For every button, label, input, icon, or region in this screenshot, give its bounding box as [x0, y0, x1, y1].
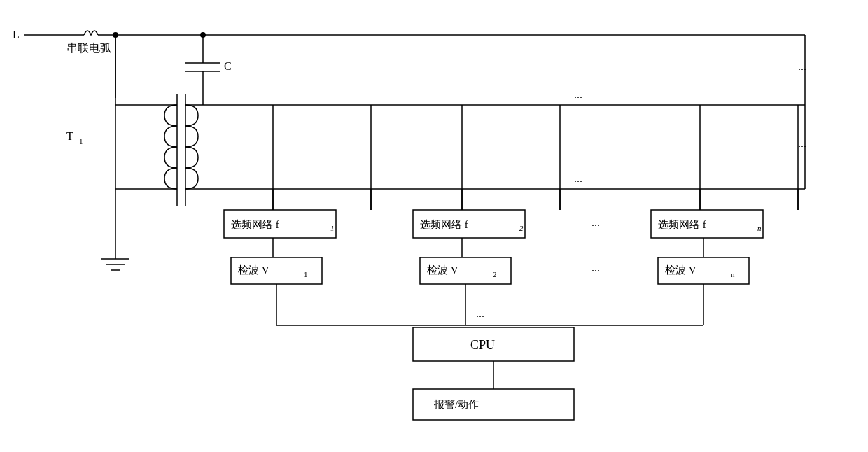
T1-sub-label: 1 — [79, 137, 83, 146]
freq-network-n-label: 选频网络 f — [658, 219, 706, 230]
detector-1-label: 检波 V — [238, 264, 270, 276]
detector-1-sub: 1 — [304, 270, 308, 278]
cpu-label: CPU — [470, 338, 495, 352]
dots-top: ··· — [574, 92, 582, 104]
freq-network-2-sub: 2 — [519, 224, 524, 232]
dots-networks: ··· — [592, 220, 600, 232]
C-label: C — [224, 60, 232, 72]
detector-2-sub: 2 — [493, 270, 497, 278]
freq-network-n-sub: n — [757, 224, 762, 232]
detector-2-label: 检波 V — [427, 264, 458, 276]
circuit-diagram: text { font-family: 'SimSun', 'STSong', … — [0, 0, 868, 452]
alarm-label: 报警/动作 — [433, 399, 479, 410]
dots-detectors: ··· — [592, 265, 600, 277]
serial-arc-label: 串联电弧 — [66, 42, 111, 54]
svg-point-42 — [200, 32, 206, 38]
freq-network-2-label: 选频网络 f — [420, 219, 468, 230]
dots-right-top: ··· — [798, 64, 806, 76]
freq-network-1-label: 选频网络 f — [231, 219, 279, 230]
svg-point-43 — [113, 32, 118, 38]
L-label: L — [13, 29, 20, 41]
T1-label: T — [66, 130, 74, 142]
detector-n-label: 检波 V — [665, 264, 696, 276]
freq-network-1-sub: 1 — [330, 224, 335, 232]
dots-bottom: ··· — [574, 176, 582, 188]
dots-cpu-connections: ··· — [476, 311, 484, 323]
dots-right-mid: ··· — [798, 141, 806, 153]
detector-n-sub: n — [731, 270, 735, 278]
